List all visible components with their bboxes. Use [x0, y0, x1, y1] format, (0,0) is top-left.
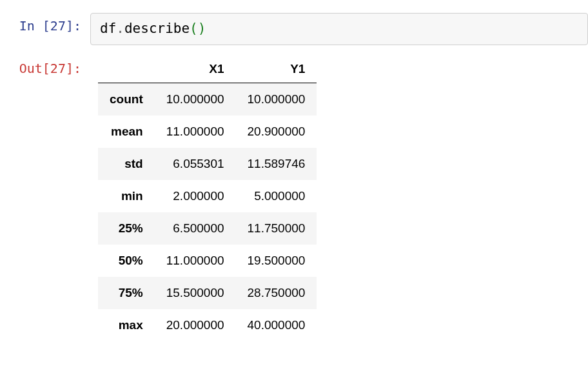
cell-value: 40.000000: [236, 309, 317, 341]
cell-value: 6.055301: [155, 148, 236, 180]
cell-value: 28.750000: [236, 277, 317, 309]
table-header-row: X1 Y1: [98, 55, 317, 83]
cell-value: 11.000000: [155, 116, 236, 148]
table-row: max 20.000000 40.000000: [98, 309, 317, 341]
output-area: X1 Y1 count 10.000000 10.000000 mean 11.…: [90, 55, 588, 341]
row-label: max: [98, 309, 155, 341]
code-dot: .: [116, 21, 124, 36]
code-method: describe: [124, 21, 190, 36]
input-row: In [27]: df.describe(): [0, 0, 588, 45]
cell-value: 11.750000: [236, 212, 317, 245]
cell-value: 11.589746: [236, 148, 317, 180]
table-row: count 10.000000 10.000000: [98, 83, 317, 116]
code-open-paren: (: [190, 21, 198, 36]
row-label: mean: [98, 116, 155, 148]
cell-value: 20.000000: [155, 309, 236, 341]
row-label: min: [98, 180, 155, 212]
cell-value: 6.500000: [155, 212, 236, 245]
cell-value: 2.000000: [155, 180, 236, 212]
table-row: 75% 15.500000 28.750000: [98, 277, 317, 309]
cell-value: 15.500000: [155, 277, 236, 309]
table-header-col: Y1: [236, 55, 317, 83]
output-prompt: Out[27]:: [0, 55, 90, 81]
output-row: Out[27]: X1 Y1 count 10.000000 10.000000: [0, 45, 588, 341]
notebook-cell: In [27]: df.describe() Out[27]: X1 Y1 co…: [0, 0, 588, 341]
table-header-col: X1: [155, 55, 236, 83]
row-label: 75%: [98, 277, 155, 309]
cell-value: 20.900000: [236, 116, 317, 148]
cell-value: 11.000000: [155, 245, 236, 277]
table-row: 25% 6.500000 11.750000: [98, 212, 317, 245]
input-prompt: In [27]:: [0, 13, 90, 39]
cell-value: 5.000000: [236, 180, 317, 212]
dataframe-table: X1 Y1 count 10.000000 10.000000 mean 11.…: [98, 55, 317, 341]
row-label: count: [98, 83, 155, 116]
row-label: std: [98, 148, 155, 180]
cell-value: 19.500000: [236, 245, 317, 277]
cell-value: 10.000000: [236, 83, 317, 116]
table-row: 50% 11.000000 19.500000: [98, 245, 317, 277]
table-row: std 6.055301 11.589746: [98, 148, 317, 180]
code-input-area[interactable]: df.describe(): [90, 13, 588, 45]
code-close-paren: ): [198, 21, 206, 36]
table-row: min 2.000000 5.000000: [98, 180, 317, 212]
table-row: mean 11.000000 20.900000: [98, 116, 317, 148]
table-header-empty: [98, 55, 155, 83]
code-variable: df: [100, 21, 116, 36]
cell-value: 10.000000: [155, 83, 236, 116]
row-label: 50%: [98, 245, 155, 277]
row-label: 25%: [98, 212, 155, 245]
